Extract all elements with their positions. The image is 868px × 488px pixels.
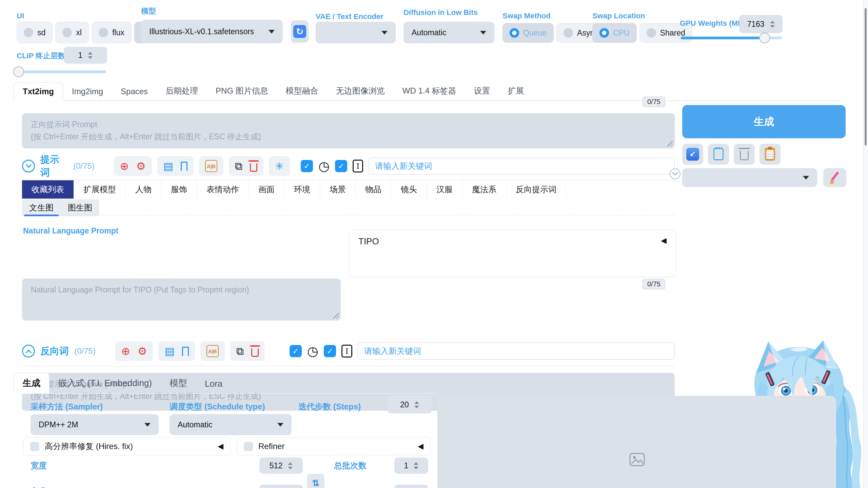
category-tab-extra-models[interactable]: 扩展模型	[74, 180, 126, 199]
hires-checkbox[interactable]	[30, 442, 39, 451]
gear-icon[interactable]: ⚙	[136, 161, 146, 171]
slider-thumb[interactable]	[13, 66, 24, 77]
resize-handle-icon[interactable]	[332, 312, 339, 319]
steps-input[interactable]: 20	[388, 396, 432, 413]
keyword-checkbox-2[interactable]: ✓	[335, 160, 347, 172]
history-doc-icon[interactable]: ▤	[164, 346, 174, 357]
tab-img2img[interactable]: Img2img	[63, 83, 112, 100]
subtab-txt2img[interactable]: 文生图	[22, 199, 61, 216]
new-keyword-input[interactable]	[369, 158, 675, 175]
bookmark-icon[interactable]	[181, 162, 188, 171]
tab-postprocess[interactable]: 后期处理	[157, 81, 207, 100]
keyword-checkbox-1[interactable]: ✓	[290, 345, 302, 357]
scrollbar-track[interactable]	[863, 0, 868, 488]
refiner-accordion[interactable]: Refiner ◀	[237, 437, 431, 455]
vae-dropdown[interactable]	[316, 22, 396, 43]
openai-icon[interactable]: ✳	[275, 161, 284, 171]
prompt-textarea[interactable]: 正向提示词 Prompt (按 Ctrl+Enter 开始生成，Alt+Ente…	[22, 113, 675, 148]
keyword-history-icon[interactable]: ◷	[318, 160, 330, 172]
new-keyword-input[interactable]	[358, 343, 675, 360]
slider-thumb[interactable]	[759, 33, 770, 43]
trash-icon[interactable]	[251, 348, 259, 357]
category-tab-objects[interactable]: 物品	[356, 180, 391, 199]
globe-icon[interactable]: ⊕	[120, 161, 129, 171]
sampler-dropdown[interactable]: DPM++ 2M	[31, 414, 159, 435]
batch-count-input[interactable]: 1	[394, 458, 428, 474]
clear-prompt-button[interactable]	[708, 144, 729, 165]
paste-params-button[interactable]	[760, 144, 781, 165]
spinner-arrows-icon[interactable]	[414, 462, 418, 469]
swap-location-cpu[interactable]: CPU	[592, 23, 637, 43]
model-refresh-button[interactable]: ↻	[291, 20, 309, 43]
subtab-img2img[interactable]: 图生图	[61, 199, 99, 216]
collapse-negative-button[interactable]	[22, 345, 35, 358]
category-tab-camera[interactable]: 镜头	[391, 180, 427, 199]
apply-style-button[interactable]	[823, 168, 846, 187]
restore-last-params-button[interactable]: ↙	[682, 144, 703, 165]
style-dropdown[interactable]	[682, 168, 817, 187]
gentab-generate[interactable]: 生成	[14, 373, 50, 394]
spinner-arrows-icon[interactable]	[288, 462, 293, 469]
category-tab-scene[interactable]: 场景	[320, 180, 356, 199]
gpu-weights-input[interactable]: 7163	[739, 15, 783, 33]
tab-wd14-tagger[interactable]: WD 1.4 标签器	[394, 81, 465, 100]
scrollbar-thumb[interactable]	[865, 8, 867, 145]
keyword-checkbox-2[interactable]: ✓	[324, 345, 336, 357]
category-tab-clothing[interactable]: 服饰	[161, 180, 197, 199]
tab-txt2img[interactable]: Txt2img	[14, 82, 63, 101]
translate-ab-icon[interactable]: A|B	[206, 345, 219, 357]
category-tab-magic[interactable]: 魔法系	[462, 180, 506, 199]
tipo-accordion[interactable]: TIPO ◀	[349, 230, 676, 277]
tab-settings[interactable]: 设置	[465, 81, 499, 100]
clip-skip-input[interactable]: 1	[64, 47, 107, 64]
category-tab-hanfu[interactable]: 汉服	[427, 180, 462, 199]
spinner-arrows-icon[interactable]	[770, 21, 775, 28]
copy-icon[interactable]: ⧉	[236, 346, 244, 357]
globe-icon[interactable]: ⊕	[121, 346, 130, 357]
keyword-checkbox-1[interactable]: ✓	[301, 160, 313, 172]
translate-ab-icon[interactable]: A|B	[205, 160, 217, 172]
gentab-embedding[interactable]: 嵌入式 (T.I. Embedding)	[50, 373, 161, 393]
tab-png-info[interactable]: PNG 图片信息	[207, 81, 277, 100]
hires-fix-accordion[interactable]: 高分辨率修复 (Hires. fix) ◀	[23, 437, 231, 455]
tab-spaces[interactable]: Spaces	[112, 83, 157, 100]
category-tab-negative[interactable]: 反向提示词	[506, 180, 566, 199]
width-input[interactable]: 512	[259, 458, 303, 474]
keyword-history-icon[interactable]: ◷	[307, 345, 318, 358]
ui-option-flux[interactable]: flux	[92, 22, 132, 43]
gpu-weights-slider[interactable]	[681, 37, 782, 39]
tab-extensions[interactable]: 扩展	[499, 81, 533, 100]
text-cursor-icon[interactable]: I	[353, 160, 363, 172]
category-tab-environment[interactable]: 环境	[284, 180, 320, 199]
swap-method-queue[interactable]: Queue	[502, 23, 554, 43]
category-tab-composition[interactable]: 画面	[249, 180, 284, 199]
discard-button[interactable]	[734, 144, 755, 165]
swap-dimensions-button[interactable]: ⇅	[307, 474, 324, 488]
gear-icon[interactable]: ⚙	[138, 346, 147, 357]
gentab-lora[interactable]: Lora	[196, 374, 231, 393]
gentab-model[interactable]: 模型	[161, 373, 196, 393]
category-tab-character[interactable]: 人物	[126, 180, 161, 199]
bookmark-icon[interactable]	[182, 347, 189, 356]
refiner-checkbox[interactable]	[244, 442, 253, 451]
spinner-arrows-icon[interactable]	[88, 52, 93, 59]
height-input[interactable]	[259, 485, 303, 488]
history-doc-icon[interactable]: ▤	[163, 161, 173, 171]
spinner-arrows-icon[interactable]	[414, 401, 419, 408]
low-bits-dropdown[interactable]: Automatic	[403, 22, 494, 43]
copy-icon[interactable]: ⧉	[235, 161, 242, 171]
ui-option-sd[interactable]: sd	[17, 22, 53, 43]
schedule-dropdown[interactable]: Automatic	[170, 414, 292, 435]
batch-size-input[interactable]	[394, 485, 428, 488]
panel-collapse-button[interactable]	[670, 168, 680, 179]
tab-model-merge[interactable]: 模型融合	[277, 81, 327, 100]
ui-option-xl[interactable]: xl	[55, 22, 89, 43]
category-tab-favorites[interactable]: 收藏列表	[22, 180, 74, 199]
generate-button[interactable]: 生成	[682, 105, 846, 138]
tab-infinite-browser[interactable]: 无边图像浏览	[327, 81, 394, 100]
text-cursor-icon[interactable]: I	[341, 345, 352, 358]
clip-skip-slider[interactable]	[15, 70, 106, 73]
model-dropdown[interactable]: Illustrious-XL-v0.1.safetensors	[141, 20, 283, 43]
nlp-textarea[interactable]: Natural Language Prompt for TIPO (Put Ta…	[22, 279, 341, 321]
collapse-prompt-button[interactable]	[22, 160, 35, 172]
